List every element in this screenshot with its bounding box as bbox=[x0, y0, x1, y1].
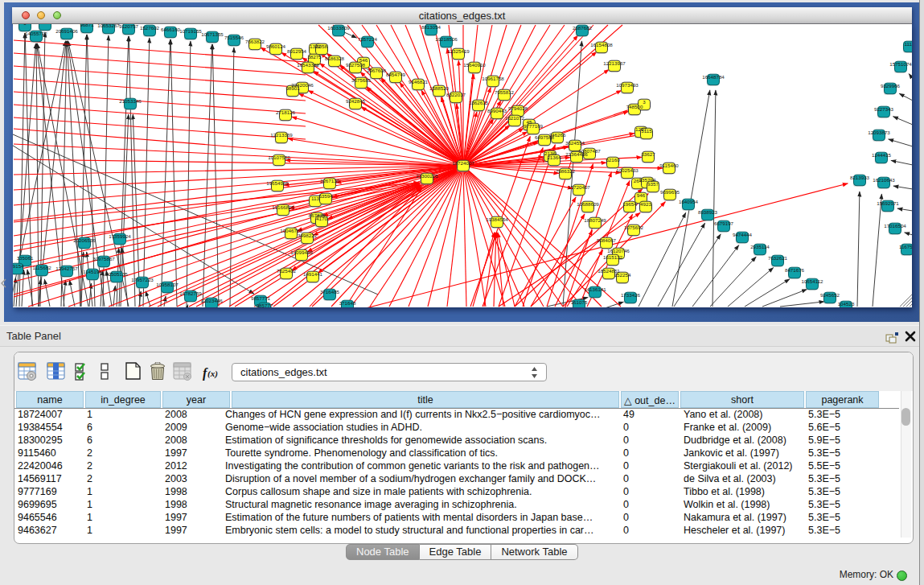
svg-text:371648: 371648 bbox=[339, 300, 356, 306]
svg-text:746266: 746266 bbox=[549, 132, 566, 138]
svg-text:19654: 19654 bbox=[622, 201, 637, 207]
svg-text:9777169: 9777169 bbox=[524, 123, 544, 129]
svg-text:3675685: 3675685 bbox=[351, 77, 372, 83]
svg-text:10654112: 10654112 bbox=[801, 278, 823, 284]
svg-text:4923: 4923 bbox=[640, 201, 651, 207]
svg-text:19654985: 19654985 bbox=[266, 180, 289, 186]
svg-text:9857771: 9857771 bbox=[251, 295, 271, 301]
svg-text:1: 1 bbox=[23, 24, 27, 26]
svg-text:10688609: 10688609 bbox=[577, 201, 599, 207]
svg-text:9794028: 9794028 bbox=[508, 105, 528, 111]
svg-text:9227343: 9227343 bbox=[874, 106, 894, 112]
svg-text:8990443: 8990443 bbox=[487, 108, 507, 113]
svg-text:30975867: 30975867 bbox=[92, 256, 115, 262]
svg-text:2: 2 bbox=[43, 24, 47, 25]
svg-text:12325419: 12325419 bbox=[447, 48, 470, 54]
svg-text:19384554: 19384554 bbox=[486, 216, 508, 222]
svg-text:10671355: 10671355 bbox=[201, 31, 224, 37]
svg-text:16648784: 16648784 bbox=[702, 74, 725, 80]
svg-text:8186328: 8186328 bbox=[325, 56, 345, 61]
svg-text:9329966: 9329966 bbox=[881, 83, 901, 89]
svg-text:(x): (x) bbox=[207, 369, 218, 379]
svg-text:7625402: 7625402 bbox=[277, 268, 297, 274]
svg-text:9242845: 9242845 bbox=[346, 98, 366, 104]
svg-text:8813054: 8813054 bbox=[421, 24, 441, 30]
svg-text:16543382: 16543382 bbox=[297, 62, 319, 68]
svg-text:10961758: 10961758 bbox=[482, 76, 504, 81]
svg-text:9146821: 9146821 bbox=[409, 79, 429, 84]
svg-text:2935114: 2935114 bbox=[750, 244, 770, 249]
svg-text:38275: 38275 bbox=[307, 54, 322, 60]
svg-text:23300205: 23300205 bbox=[416, 173, 438, 179]
svg-text:1491441: 1491441 bbox=[303, 271, 323, 277]
svg-text:7357224: 7357224 bbox=[358, 36, 378, 42]
svg-text:10653267: 10653267 bbox=[97, 24, 120, 28]
svg-text:17359924: 17359924 bbox=[109, 233, 131, 239]
svg-text:8471676: 8471676 bbox=[785, 267, 805, 273]
svg-text:33627: 33627 bbox=[641, 151, 655, 157]
svg-text:10107552: 10107552 bbox=[268, 154, 290, 160]
svg-text:1588520: 1588520 bbox=[429, 85, 450, 91]
svg-text:10025433: 10025433 bbox=[616, 167, 639, 173]
svg-text:5115: 5115 bbox=[641, 128, 652, 134]
svg-text:6058: 6058 bbox=[316, 43, 327, 49]
svg-text:2967608: 2967608 bbox=[367, 68, 387, 73]
svg-text:7986322: 7986322 bbox=[556, 168, 576, 174]
svg-text:985777: 985777 bbox=[257, 303, 273, 307]
svg-text:8322037: 8322037 bbox=[446, 92, 466, 97]
svg-text:15720407: 15720407 bbox=[568, 184, 590, 190]
svg-text:17016504: 17016504 bbox=[884, 223, 906, 229]
svg-text:15751074: 15751074 bbox=[889, 61, 912, 67]
svg-text:1621072: 1621072 bbox=[505, 115, 525, 121]
svg-text:20206536: 20206536 bbox=[73, 237, 96, 243]
svg-text:15692971: 15692971 bbox=[877, 200, 899, 206]
svg-text:12213967: 12213967 bbox=[603, 60, 626, 66]
svg-text:7955812: 7955812 bbox=[495, 89, 515, 95]
svg-text:18807249: 18807249 bbox=[584, 217, 606, 223]
svg-text:6679197: 6679197 bbox=[714, 220, 734, 226]
svg-text:1115682: 1115682 bbox=[32, 265, 51, 270]
svg-text:8213933: 8213933 bbox=[850, 175, 870, 180]
svg-text:116753: 116753 bbox=[899, 244, 912, 249]
svg-text:1075692: 1075692 bbox=[624, 225, 644, 230]
svg-text:7632621: 7632621 bbox=[768, 255, 788, 261]
svg-text:18724007: 18724007 bbox=[452, 160, 474, 166]
svg-text:7515546: 7515546 bbox=[224, 35, 244, 40]
svg-text:8454749: 8454749 bbox=[386, 72, 406, 77]
svg-text:20691406: 20691406 bbox=[55, 28, 78, 34]
svg-text:104523: 104523 bbox=[838, 301, 855, 307]
svg-text:4170: 4170 bbox=[316, 216, 327, 221]
svg-text:9357: 9357 bbox=[647, 181, 659, 187]
svg-text:21364: 21364 bbox=[547, 154, 561, 160]
svg-text:6466160: 6466160 bbox=[161, 27, 181, 32]
svg-text:12093873: 12093873 bbox=[868, 130, 890, 135]
svg-text:7663822: 7663822 bbox=[245, 39, 265, 44]
svg-text:161075: 161075 bbox=[571, 299, 588, 305]
svg-text:9327508: 9327508 bbox=[346, 62, 366, 68]
svg-text:19218506: 19218506 bbox=[435, 36, 458, 42]
svg-text:1362615: 1362615 bbox=[469, 100, 489, 105]
svg-text:9699695: 9699695 bbox=[660, 189, 680, 195]
svg-text:946: 946 bbox=[637, 192, 646, 198]
svg-text:9120757: 9120757 bbox=[119, 24, 139, 29]
svg-text:3716485: 3716485 bbox=[320, 289, 340, 295]
svg-text:748500: 748500 bbox=[626, 104, 643, 109]
svg-text:335061: 335061 bbox=[17, 255, 34, 261]
svg-text:17957223: 17957223 bbox=[131, 277, 154, 282]
svg-text:12505135: 12505135 bbox=[105, 271, 128, 277]
svg-text:3498222: 3498222 bbox=[298, 233, 318, 238]
svg-text:16154808: 16154808 bbox=[590, 42, 613, 47]
svg-text:3: 3 bbox=[643, 99, 646, 105]
svg-text:9115460: 9115460 bbox=[659, 163, 679, 168]
svg-text:2687682: 2687682 bbox=[573, 25, 593, 31]
svg-text:9860124: 9860124 bbox=[266, 43, 286, 49]
svg-text:9084067: 9084067 bbox=[597, 237, 617, 243]
svg-text:1112: 1112 bbox=[905, 41, 912, 47]
svg-text:1615132: 1615132 bbox=[603, 254, 623, 260]
svg-text:12213369: 12213369 bbox=[270, 132, 293, 138]
svg-text:10807487: 10807487 bbox=[578, 148, 601, 154]
svg-text:14055712: 14055712 bbox=[25, 31, 47, 36]
svg-text:252254: 252254 bbox=[614, 272, 631, 278]
svg-text:19166825: 19166825 bbox=[272, 204, 294, 210]
svg-text:98901: 98901 bbox=[285, 85, 300, 91]
